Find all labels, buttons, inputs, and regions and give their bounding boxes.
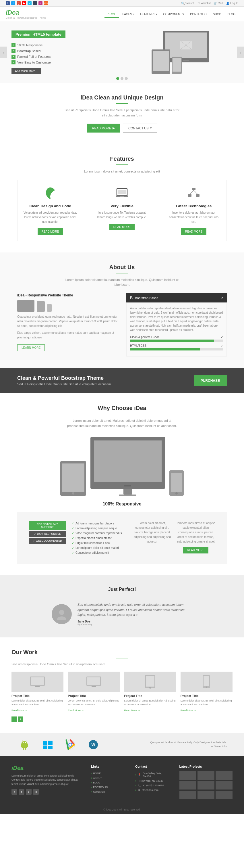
footer-projects-title: Latest Projects — [179, 765, 233, 768]
hero-dots — [116, 77, 128, 80]
about-right-title-text: Bootstrap Based — [135, 296, 158, 300]
contact-us-button[interactable]: CONTACT US ▾ — [123, 124, 157, 132]
responsive-title: 100% Responsive — [17, 501, 227, 506]
nav-pages[interactable]: PAGES ▾ — [119, 11, 137, 18]
feature-title-3: Latest Technologies — [167, 204, 221, 208]
svg-rect-35 — [43, 741, 47, 745]
footer-social-twitter[interactable]: t — [19, 789, 24, 795]
footer-links-list: HOME ABOUT BLOG PORTFOLIO CONTACT — [91, 771, 127, 794]
footer-project-3[interactable] — [216, 771, 233, 780]
responsive-readmore-button[interactable]: READ MORE — [183, 547, 208, 554]
social-icon-facebook[interactable]: f — [6, 1, 10, 5]
footer-social-linkedin[interactable]: in — [33, 789, 39, 795]
responsive-sidebar-support[interactable]: TOP NOTCH 24/7 SUPPORT — [29, 521, 66, 530]
monitor-base-icon — [119, 495, 136, 496]
feature-readmore-2[interactable]: READ MORE — [109, 224, 135, 230]
features-grid: Clean Design and Code Voluptatem ad prov… — [17, 180, 227, 241]
footer-project-1[interactable] — [179, 771, 196, 780]
footer-social-google[interactable]: g — [26, 789, 32, 795]
footer-project-2[interactable] — [198, 771, 214, 780]
progress-name-1: Clean & powerful Code — [130, 336, 160, 339]
progress-checkmark-icon: ✓ — [221, 336, 223, 339]
devices-illustration — [146, 31, 209, 74]
close-icon[interactable]: ✕ — [221, 296, 223, 299]
bootstrap-icon: B — [130, 296, 133, 300]
footer-contact-email[interactable]: ✉ nfo@idea.com — [135, 788, 171, 793]
footer-project-7[interactable] — [179, 790, 196, 799]
footer-project-8[interactable] — [198, 790, 214, 799]
footer-project-4[interactable] — [179, 781, 196, 789]
work-link-2[interactable]: Read More → — [68, 709, 84, 712]
social-icon-tumblr[interactable]: t — [33, 1, 37, 5]
nav-portfolio[interactable]: PORTFOLIO — [187, 11, 210, 18]
learn-more-button[interactable]: LEARN MORE — [17, 344, 45, 351]
work-card-4: Project Title Lorem dolor sit amet. Et t… — [180, 672, 233, 712]
contact-phone-text: +1 (800) 123-0456 — [143, 784, 164, 787]
svg-rect-27 — [21, 744, 22, 747]
nav-shop[interactable]: SHOP — [210, 11, 224, 18]
hero-prev-button[interactable]: ‹ — [0, 46, 7, 58]
image-placeholder-icon — [180, 41, 192, 50]
footer-link-about[interactable]: ABOUT — [91, 776, 127, 780]
about-content: iDea - Responsive Website Theme Qua solu… — [17, 293, 227, 356]
svg-rect-19 — [87, 677, 100, 685]
footer-link-home[interactable]: HOME — [91, 771, 127, 776]
cart-link[interactable]: 🛒 Cart — [214, 2, 223, 5]
svg-line-12 — [194, 190, 198, 194]
hero-dot-2[interactable] — [120, 77, 124, 80]
svg-text:W: W — [91, 742, 95, 747]
contact-address1-text: One Valley Gate, Ste100 — [143, 772, 171, 778]
windows-icon — [42, 739, 53, 750]
social-icon-google[interactable]: g — [16, 1, 21, 5]
hero-dot-1[interactable] — [116, 77, 119, 80]
nav-components[interactable]: COMPONENTS — [161, 11, 187, 18]
work-link-3[interactable]: Read More → — [124, 709, 140, 712]
footer-link-blog[interactable]: BLOG — [91, 780, 127, 785]
feature-card-1: Clean Design and Code Voluptatem ad prov… — [17, 180, 83, 241]
purchase-button[interactable]: PURCHASE — [194, 375, 227, 386]
responsive-sidebar-item-1[interactable]: ✓ 100% RESPONSIVE — [29, 531, 66, 537]
leaf-icon — [43, 186, 57, 200]
hero-dot-3[interactable] — [125, 77, 128, 80]
hero-next-button[interactable]: › — [237, 46, 244, 58]
feature-readmore-3[interactable]: READ MORE — [181, 228, 207, 235]
social-icon-rss[interactable]: rss — [44, 1, 48, 5]
work-link-4[interactable]: Read More → — [180, 709, 197, 712]
social-icon-twitter[interactable]: t — [11, 1, 15, 5]
monitor-icon — [86, 676, 102, 687]
responsive-text-col-1: Lorem dolor sit amet, consectetur adipis… — [133, 521, 172, 554]
responsive-sidebar-item-2[interactable]: ✓ WELL DOCUMENTED — [29, 538, 66, 544]
footer-project-9[interactable] — [216, 790, 233, 799]
network-icon — [187, 187, 201, 199]
footer-link-portfolio[interactable]: PORTFOLIO — [91, 785, 127, 789]
responsive-inner: TOP NOTCH 24/7 SUPPORT ✓ 100% RESPONSIVE… — [29, 521, 215, 555]
feature-readmore-1[interactable]: READ MORE — [38, 228, 63, 235]
checklist-item: ✓Vitae magnum carmudi reprehendus — [72, 531, 127, 536]
why-section: Why Choose iDea Lorem ipsum dolor sit am… — [0, 393, 244, 575]
footer-project-6[interactable] — [216, 781, 233, 789]
read-more-button[interactable]: READ MORE ▶ — [87, 124, 120, 132]
social-icon-instagram[interactable]: in — [38, 1, 42, 5]
logo[interactable]: iDea — [6, 9, 46, 17]
footer-social-facebook[interactable]: f — [11, 789, 17, 795]
progress-label-1: Clean & powerful Code ✓ — [130, 336, 223, 339]
work-prev-button[interactable]: ‹ — [11, 716, 16, 722]
svg-rect-25 — [204, 676, 209, 686]
social-icon-vimeo[interactable]: V — [28, 1, 32, 5]
footer-project-5[interactable] — [198, 781, 214, 789]
nav-home[interactable]: HOME — [104, 11, 119, 18]
work-link-1[interactable]: Read More → — [11, 709, 28, 712]
nav-blog[interactable]: BLOG — [224, 11, 238, 18]
nav-features[interactable]: FEATURES ▾ — [137, 11, 160, 18]
wishlist-link[interactable]: ♡ Wishlist — [198, 2, 211, 5]
search-link[interactable]: 🔍 Search — [181, 2, 194, 5]
work-next-button[interactable]: › — [18, 716, 23, 722]
login-link[interactable]: 👤 Log In — [226, 2, 238, 5]
social-icon-youtube[interactable]: ▶ — [22, 1, 26, 5]
why-tablet-icon — [60, 461, 86, 496]
responsive-text-2: Tempore mos nimsa at adipisc sapie excep… — [176, 521, 216, 544]
hero-more-button[interactable]: And Much More... — [11, 68, 41, 74]
footer-link-contact[interactable]: CONTACT — [91, 789, 127, 794]
footer-contact-phone[interactable]: 📞 +1 (800) 123-0456 — [135, 783, 171, 788]
check-icon: ✓ — [72, 541, 74, 545]
